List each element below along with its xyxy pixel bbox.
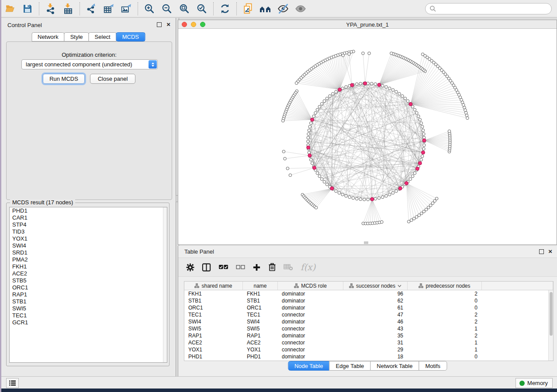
- import-table-icon[interactable]: [61, 2, 76, 15]
- table-cell[interactable]: FKH1: [243, 290, 278, 297]
- mcds-result-item[interactable]: YOX1: [10, 235, 167, 242]
- table-cell[interactable]: 62: [343, 297, 408, 304]
- table-row[interactable]: YOX1YOX1connector291: [184, 346, 548, 353]
- table-cell[interactable]: 31: [343, 339, 408, 346]
- table-cell[interactable]: SWI5: [184, 325, 243, 332]
- export-network-icon[interactable]: [84, 2, 99, 15]
- table-cell[interactable]: ACE2: [243, 339, 278, 346]
- export-table-icon[interactable]: [101, 2, 116, 15]
- table-cell[interactable]: STB1: [184, 297, 243, 304]
- column-header-successor-nodes[interactable]: successor nodes: [343, 282, 408, 290]
- mcds-result-item[interactable]: ORC1: [10, 284, 167, 291]
- tab-select[interactable]: Select: [89, 32, 117, 41]
- table-cell[interactable]: 1: [408, 325, 482, 332]
- column-header-predecessor-nodes[interactable]: predecessor nodes: [408, 282, 482, 290]
- table-cell[interactable]: TEC1: [184, 311, 243, 318]
- mcds-result-item[interactable]: STB5: [10, 277, 167, 284]
- table-cell[interactable]: 2: [408, 332, 482, 339]
- table-cell[interactable]: YOX1: [243, 346, 278, 353]
- scrollbar-thumb[interactable]: [550, 292, 553, 336]
- export-image-icon[interactable]: [119, 2, 134, 15]
- table-row[interactable]: SWI5SWI5connector431: [184, 325, 548, 332]
- table-cell[interactable]: ORC1: [184, 304, 243, 311]
- mcds-result-item[interactable]: GCR1: [10, 319, 167, 326]
- table-cell[interactable]: dominator: [278, 353, 343, 360]
- tab-edge-table[interactable]: Edge Table: [329, 361, 370, 371]
- table-cell[interactable]: ACE2: [184, 339, 243, 346]
- column-header-MCDS-role[interactable]: MCDS role: [278, 282, 343, 290]
- save-session-icon[interactable]: [20, 2, 35, 15]
- memory-button[interactable]: Memory: [515, 378, 553, 388]
- mcds-result-item[interactable]: FKH1: [10, 263, 167, 270]
- mcds-result-item[interactable]: ACE2: [10, 270, 167, 277]
- mcds-result-list[interactable]: PHD1CAR1STP4TID3YOX1SWI4SRD1PMA2FKH1ACE2…: [9, 207, 167, 363]
- tab-network[interactable]: Network: [31, 32, 65, 41]
- tab-motifs[interactable]: Motifs: [419, 361, 447, 371]
- table-cell[interactable]: SWI4: [243, 318, 278, 325]
- show-columns-icon[interactable]: [202, 263, 211, 272]
- canvas-scroll-nub[interactable]: [364, 241, 368, 244]
- table-cell[interactable]: FKH1: [184, 290, 243, 297]
- table-row[interactable]: PHD1PHD1dominator180: [184, 353, 548, 360]
- import-network-icon[interactable]: [43, 2, 58, 15]
- task-history-button[interactable]: [6, 378, 19, 388]
- table-cell[interactable]: ORC1: [243, 304, 278, 311]
- table-row[interactable]: TEC1TEC1connector472: [184, 311, 548, 318]
- table-cell[interactable]: PHD1: [184, 353, 243, 360]
- add-column-icon[interactable]: [253, 263, 261, 272]
- float-window-icon[interactable]: [157, 22, 162, 27]
- table-cell[interactable]: 0: [408, 297, 482, 304]
- mcds-result-item[interactable]: PMA2: [10, 256, 167, 263]
- table-scrollbar[interactable]: [548, 290, 553, 361]
- tab-mcds[interactable]: MCDS: [116, 32, 145, 41]
- zoom-in-icon[interactable]: [142, 2, 157, 15]
- table-cell[interactable]: 61: [343, 304, 408, 311]
- table-cell[interactable]: TEC1: [243, 311, 278, 318]
- table-cell[interactable]: 2: [408, 311, 482, 318]
- table-cell[interactable]: 1: [408, 339, 482, 346]
- table-cell[interactable]: 0: [408, 304, 482, 311]
- mcds-result-item[interactable]: STB1: [10, 298, 167, 305]
- tab-node-table[interactable]: Node Table: [288, 361, 330, 371]
- zoom-selected-icon[interactable]: [194, 2, 209, 15]
- table-row[interactable]: ACE2ACE2connector311: [184, 339, 548, 346]
- table-cell[interactable]: 35: [343, 332, 408, 339]
- mcds-result-item[interactable]: PHD1: [10, 207, 167, 214]
- hide-selected-icon[interactable]: [276, 2, 291, 15]
- table-cell[interactable]: 1: [408, 346, 482, 353]
- criterion-dropdown[interactable]: largest connected component (undirected): [21, 59, 158, 69]
- table-cell[interactable]: connector: [278, 339, 343, 346]
- table-cell[interactable]: connector: [278, 346, 343, 353]
- column-header-name[interactable]: name: [243, 282, 278, 290]
- table-row[interactable]: RAP1RAP1dominator352: [184, 332, 548, 339]
- first-neighbors-icon[interactable]: [258, 2, 273, 15]
- table-row[interactable]: FKH1FKH1dominator962: [184, 290, 548, 297]
- tab-network-table[interactable]: Network Table: [370, 361, 419, 371]
- close-window-icon[interactable]: ×: [166, 21, 170, 28]
- close-window-icon[interactable]: ×: [548, 248, 552, 255]
- column-header-shared-name[interactable]: shared name: [184, 282, 243, 290]
- table-cell[interactable]: 18: [343, 353, 408, 360]
- table-cell[interactable]: 2: [408, 318, 482, 325]
- table-cell[interactable]: PHD1: [243, 353, 278, 360]
- mcds-result-item[interactable]: CAR1: [10, 214, 167, 221]
- table-cell[interactable]: YOX1: [184, 346, 243, 353]
- zoom-fit-icon[interactable]: [177, 2, 192, 15]
- select-all-icon[interactable]: [218, 264, 228, 271]
- mcds-result-item[interactable]: STP4: [10, 221, 167, 228]
- network-canvas[interactable]: [178, 29, 557, 244]
- table-row[interactable]: ORC1ORC1dominator610: [184, 304, 548, 311]
- table-cell[interactable]: SWI4: [184, 318, 243, 325]
- table-cell[interactable]: 2: [408, 290, 482, 297]
- table-cell[interactable]: 46: [343, 318, 408, 325]
- table-cell[interactable]: connector: [278, 325, 343, 332]
- zoom-out-icon[interactable]: [159, 2, 174, 15]
- close-panel-button[interactable]: Close panel: [90, 74, 135, 84]
- refresh-view-icon[interactable]: [218, 2, 232, 15]
- open-file-icon[interactable]: [3, 2, 17, 15]
- list-scrollbar[interactable]: [163, 207, 167, 362]
- mcds-result-item[interactable]: TEC1: [10, 312, 167, 319]
- deselect-all-icon[interactable]: [236, 264, 245, 271]
- table-cell[interactable]: dominator: [278, 332, 343, 339]
- table-cell[interactable]: RAP1: [184, 332, 243, 339]
